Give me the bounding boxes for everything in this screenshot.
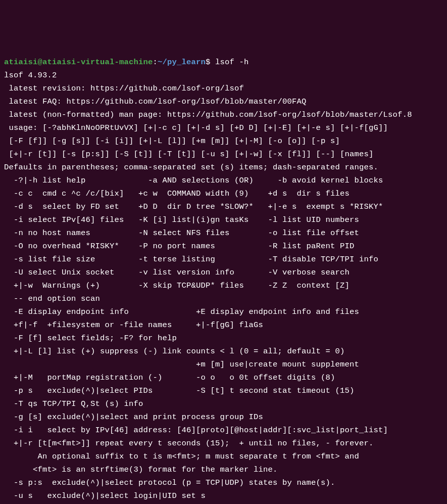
- output-line: -u s exclude(^)|select login|UID set s: [4, 491, 206, 500]
- output-line: -T qs TCP/TPI Q,St (s) info: [4, 399, 143, 408]
- output-line: -s p:s exclude(^)|select protocol (p = T…: [4, 478, 335, 487]
- output-line: -i i select by IPv[46] address: [46][pro…: [4, 426, 388, 435]
- output-line: +|-L [l] list (+) suppress (-) link coun…: [4, 347, 345, 356]
- output-line: lsof 4.93.2: [4, 71, 57, 80]
- output-line: -?|-h list help -a AND selections (OR) -…: [4, 176, 383, 185]
- prompt-line-1: atiaisi@atiaisi-virtual-machine:~/py_lea…: [4, 58, 249, 67]
- output-line: -- end option scan: [4, 294, 129, 303]
- prompt-user: atiaisi@atiaisi-virtual-machine: [4, 58, 153, 67]
- output-line: -p s exclude(^)|select PIDs -S [t] t sec…: [4, 386, 355, 395]
- output-line: -d s select by FD set +D D dir D tree *S…: [4, 202, 383, 211]
- output-line: -F [f] select fields; -F? for help: [4, 334, 186, 343]
- output-line: [+|-r [t]] [-s [p:s]] [-S [t]] [-T [t]] …: [4, 150, 374, 159]
- output-line: +m [m] use|create mount supplement: [4, 360, 359, 369]
- output-line: +|-r [t[m<fmt>]] repeat every t seconds …: [4, 439, 374, 448]
- output-line: latest revision: https://github.com/lsof…: [4, 84, 244, 93]
- output-line: usage: [-?abhKlnNoOPRtUvVX] [+|-c c] [+|…: [4, 123, 388, 132]
- output-line: -g [s] exclude(^)|select and print proce…: [4, 413, 263, 422]
- output-line: -n no host names -N select NFS files -o …: [4, 228, 359, 238]
- output-line: [-F [f]] [-g [s]] [-i [i]] [+|-L [l]] [+…: [4, 136, 340, 146]
- output-line: -i select IPv[46] files -K [i] list|(i)g…: [4, 215, 359, 224]
- prompt-colon: :: [153, 58, 158, 67]
- output-line: +|-M portMap registration (-) -o o o 0t …: [4, 373, 335, 382]
- output-line: -O no overhead *RISKY* -P no port names …: [4, 242, 355, 251]
- output-line: Defaults in parentheses; comma-separated…: [4, 163, 378, 172]
- output-line: +|-w Warnings (+) -X skip TCP&UDP* files…: [4, 281, 350, 290]
- output-line: <fmt> is an strftime(3) format for the m…: [4, 465, 278, 474]
- output-line: -s list file size -t terse listing -T di…: [4, 255, 378, 264]
- output-line: +f|-f +filesystem or -file names +|-f[gG…: [4, 320, 268, 330]
- output-line: latest FAQ: https://github.com/lsof-org/…: [4, 97, 307, 106]
- output-line: An optional suffix to t is m<fmt>; m mus…: [4, 452, 359, 461]
- output-line: -c c cmd c ^c /c/[bix] +c w COMMAND widt…: [4, 189, 350, 198]
- prompt-path: ~/py_learn: [158, 58, 206, 67]
- output-line: latest (non-formatted) man page: https:/…: [4, 110, 412, 119]
- output-line: -U select Unix socket -v list version in…: [4, 268, 350, 277]
- terminal-output[interactable]: atiaisi@atiaisi-virtual-machine:~/py_lea…: [4, 56, 443, 504]
- prompt-dollar: $: [206, 58, 211, 67]
- output-line: -E display endpoint info +E display endp…: [4, 307, 369, 316]
- command-text: lsof -h: [211, 58, 249, 67]
